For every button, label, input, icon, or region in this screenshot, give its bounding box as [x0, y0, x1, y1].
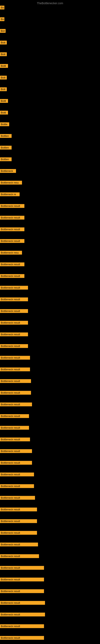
bottleneck-item-50: Bottleneck result — [0, 578, 44, 582]
bottleneck-item-34: Bottleneck result — [0, 391, 31, 395]
bottleneck-item-4: Bott — [0, 41, 7, 44]
bottleneck-item-54: Bottleneck result — [0, 624, 44, 628]
bottleneck-item-7: Bott — [0, 76, 7, 80]
bottleneck-item-8: Bott — [0, 87, 7, 91]
bottleneck-item-27: Bottleneck result — [0, 309, 28, 313]
bottleneck-item-28: Bottleneck result — [0, 321, 28, 324]
bottleneck-item-53: Bottleneck result — [0, 612, 45, 616]
bottleneck-item-13: Bottlen — [0, 146, 12, 150]
bottleneck-item-47: Bottleneck result — [0, 542, 38, 546]
bottleneck-item-43: Bottleneck result — [0, 496, 35, 500]
bottleneck-item-44: Bottleneck result — [0, 508, 37, 512]
bottleneck-item-3: Bot — [0, 29, 6, 33]
bottleneck-item-6: Bottl — [0, 64, 8, 68]
bottleneck-item-52: Bottleneck result — [0, 601, 45, 605]
bottleneck-item-32: Bottleneck result — [0, 368, 30, 371]
bottleneck-item-2: Bo — [0, 17, 4, 21]
site-title: TheBottlenecker.com — [37, 2, 63, 5]
bottleneck-item-41: Bottleneck result — [0, 472, 34, 476]
bottleneck-item-30: Bottleneck result — [0, 344, 28, 348]
bottleneck-item-20: Bottleneck result — [0, 228, 24, 231]
bottleneck-item-48: Bottleneck result — [0, 554, 39, 558]
bottleneck-item-22: Bottleneck resu — [0, 251, 22, 254]
bottleneck-item-12: Bottlen — [0, 134, 12, 138]
bottleneck-item-55: Bottleneck result — [0, 636, 44, 640]
bottleneck-item-23: Bottleneck result — [0, 262, 24, 266]
bottleneck-item-10: Bottl — [0, 111, 8, 114]
bottleneck-item-17: Bottleneck re — [0, 192, 20, 196]
bottleneck-item-37: Bottleneck result — [0, 426, 29, 430]
bottleneck-item-25: Bottleneck result — [0, 286, 28, 290]
bottleneck-item-36: Bottleneck result — [0, 414, 29, 418]
bottleneck-item-51: Bottleneck result — [0, 589, 44, 593]
bottleneck-item-33: Bottleneck result — [0, 379, 31, 383]
bottleneck-item-26: Bottleneck result — [0, 298, 28, 301]
bottleneck-item-24: Bottleneck result — [0, 274, 24, 278]
bottleneck-item-11: Bottle — [0, 122, 9, 126]
bottleneck-item-40: Bottleneck result — [0, 461, 32, 465]
bottleneck-item-16: Bottleneck resu — [0, 181, 22, 184]
bottleneck-item-1: Bo — [0, 6, 4, 10]
bottleneck-item-14: Bottlen — [0, 158, 12, 161]
bottleneck-item-35: Bottleneck result — [0, 402, 32, 406]
bottleneck-item-46: Bottleneck result — [0, 531, 37, 535]
bottleneck-item-31: Bottleneck result — [0, 356, 30, 360]
bottleneck-item-5: Bott — [0, 52, 7, 56]
bottleneck-item-29: Bottleneck result — [0, 332, 28, 336]
bottleneck-item-21: Bottleneck result — [0, 239, 24, 243]
bottleneck-item-15: Bottleneck — [0, 169, 16, 173]
bottleneck-item-39: Bottleneck result — [0, 449, 32, 453]
bottleneck-item-45: Bottleneck result — [0, 519, 37, 523]
bottleneck-item-42: Bottleneck result — [0, 484, 34, 488]
bottleneck-item-38: Bottleneck result — [0, 438, 30, 441]
bottleneck-item-49: Bottleneck result — [0, 566, 44, 570]
bottleneck-item-9: Bottl — [0, 99, 8, 103]
bottleneck-item-19: Bottleneck result — [0, 216, 24, 220]
bottleneck-item-18: Bottleneck result — [0, 204, 24, 208]
